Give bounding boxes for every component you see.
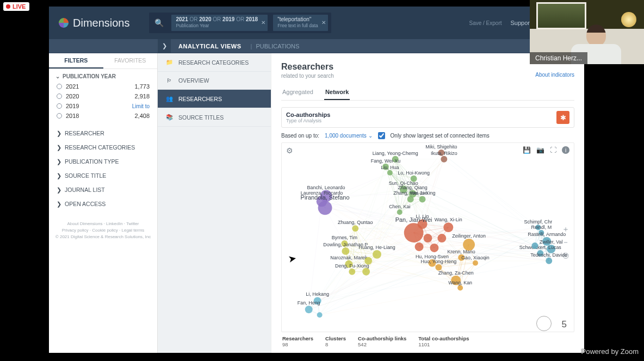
graph-canvas[interactable]: Banchi, LeonardoLaurenza, RiccardoPirand…	[282, 143, 574, 327]
node-label: Schweickert, Lucas	[519, 245, 562, 250]
graph-node[interactable]	[531, 242, 538, 249]
facet-row[interactable]: ❯JOURNAL LIST	[49, 183, 157, 197]
view-tab[interactable]: Network	[324, 86, 350, 100]
graph-node[interactable]	[441, 156, 447, 163]
record-dot-icon	[6, 4, 10, 9]
doc-limit-select[interactable]: 1,000 documents ⌄	[325, 133, 373, 139]
graph-node[interactable]	[387, 170, 393, 176]
nav-item[interactable]: 👥RESEARCHERS	[158, 90, 271, 108]
node-label: Zwiller, Val	[540, 239, 563, 245]
stat-cell: Co-authorship links542	[358, 335, 406, 347]
graph-node[interactable]	[415, 242, 424, 251]
graph-node[interactable]	[362, 268, 370, 276]
search-bar[interactable]: 🔍 2021 OR 2020 OR 2019 OR 2018 Publicati…	[149, 13, 331, 33]
save-export-link[interactable]: Save / Export	[469, 20, 501, 26]
support-link[interactable]: Support	[511, 20, 532, 26]
radio-icon[interactable]	[57, 94, 62, 99]
live-badge: LIVE	[3, 2, 29, 11]
node-label: Krenn, Mario	[448, 249, 475, 254]
about-indicators-link[interactable]: About indicators	[535, 72, 574, 78]
tab-analytical-views[interactable]: ANALYTICAL VIEWS	[171, 43, 249, 49]
close-icon[interactable]: ✕	[321, 20, 326, 27]
graph-node[interactable]	[352, 225, 358, 232]
facet-row[interactable]: ❯OPEN ACCESS	[49, 197, 157, 211]
app-window: Dimensions 🔍 2021 OR 2020 OR 2019 OR 201…	[49, 7, 584, 353]
year-row[interactable]: 20202,918	[49, 91, 157, 101]
search-icon[interactable]: 🔍	[152, 18, 166, 27]
brand[interactable]: Dimensions	[59, 17, 129, 29]
filter-section-publication-year[interactable]: ⌄ PUBLICATION YEAR	[49, 69, 157, 82]
tab-filters[interactable]: FILTERS	[49, 53, 103, 69]
nav-item[interactable]: 📁RESEARCH CATEGORIES	[158, 53, 271, 72]
search-chip-text[interactable]: "teleportation" Free text in full data ✕	[273, 15, 328, 31]
nav-item[interactable]: 🏳OVERVIEW	[158, 72, 271, 90]
graph-node[interactable]	[318, 201, 332, 215]
connected-items-checkbox[interactable]	[378, 132, 385, 139]
graph-node[interactable]	[317, 312, 323, 318]
graph-node[interactable]	[342, 247, 349, 255]
node-label: Naroznak, Marek	[330, 255, 368, 260]
facet-row[interactable]: ❯SOURCE TITLE	[49, 169, 157, 183]
graph-node[interactable]	[397, 209, 403, 215]
graph-node[interactable]	[419, 196, 426, 202]
facet-row[interactable]: ❯PUBLICATION TYPE	[49, 154, 157, 169]
collapse-arrow-icon[interactable]: ❯	[158, 39, 171, 53]
watermark-icon	[536, 316, 552, 331]
nav-item[interactable]: 📚SOURCE TITLES	[158, 108, 271, 127]
tab-publications[interactable]: PUBLICATIONS	[253, 43, 301, 49]
year-row[interactable]: 20211,773	[49, 82, 157, 91]
node-label: Liu, Hua	[381, 165, 399, 170]
graph-node[interactable]	[373, 250, 381, 259]
analysis-selector[interactable]: Co-authorships Type of Analysis ✱	[281, 107, 574, 128]
webcam-overlay: Christian Herz...	[530, 0, 644, 64]
graph-node[interactable]	[424, 234, 432, 242]
stat-cell: Researchers98	[282, 335, 313, 347]
node-label: Huang, He-Liang	[358, 245, 395, 250]
chevron-right-icon: ❯	[57, 186, 61, 193]
graph-node[interactable]	[546, 258, 552, 264]
view-tabs: AggregatedNetwork	[281, 86, 574, 101]
footer-links: About Dimensions · LinkedIn · Twitter Pr…	[49, 211, 157, 250]
chevron-right-icon: ❯	[57, 172, 61, 179]
topbar: Dimensions 🔍 2021 OR 2020 OR 2019 OR 201…	[49, 7, 584, 39]
graph-node[interactable]	[407, 196, 414, 202]
graph-node[interactable]	[305, 306, 313, 313]
radio-icon[interactable]	[57, 113, 62, 119]
graph-node[interactable]	[404, 223, 424, 242]
filters-panel: FILTERS FAVORITES ⌄ PUBLICATION YEAR 202…	[49, 53, 158, 353]
year-row[interactable]: 2019Limit to	[49, 101, 157, 111]
node-label: Ikuta, Rikizo	[431, 151, 457, 156]
node-label: Zhang, Za-Chen	[438, 270, 474, 276]
radio-icon[interactable]	[57, 84, 62, 89]
graph-node[interactable]	[437, 234, 446, 242]
year-row[interactable]: 20182,408	[49, 111, 157, 121]
node-label: Miki, Shigehito	[425, 144, 457, 150]
node-label: Banchi, Leonardo	[307, 185, 345, 190]
nav-icon: 👥	[165, 95, 173, 102]
facet-row[interactable]: ❯RESEARCHER	[49, 126, 157, 140]
nav-icon: 📚	[165, 114, 173, 121]
facet-row[interactable]: ❯RESEARCH CATEGORIES	[49, 140, 157, 154]
node-label: Pan, Jian-Wei	[395, 216, 432, 223]
tab-favorites[interactable]: FAVORITES	[103, 53, 158, 69]
brand-logo-icon	[59, 18, 69, 28]
chevron-right-icon: ❯	[57, 130, 61, 136]
chevron-down-icon: ⌄	[55, 73, 60, 79]
close-icon[interactable]: ✕	[261, 20, 265, 27]
graph-node[interactable]	[430, 244, 438, 252]
graph-node[interactable]	[349, 269, 355, 275]
node-label: Deng, Fu-Xiong	[335, 263, 369, 269]
radio-icon[interactable]	[57, 103, 62, 109]
network-chart[interactable]: ⚙ 💾 📷 ⛶ i ＋ － ◎ Banchi, LeonardoLaurenza…	[281, 142, 574, 332]
main-panel: Researchers related to your search About…	[271, 53, 584, 353]
node-label: Zhang, Qiang	[398, 185, 428, 190]
node-label: Schimpf, Chr	[524, 219, 553, 225]
graph-node[interactable]	[364, 257, 372, 265]
powered-by: Powered by Zoom	[581, 347, 639, 356]
graph-node[interactable]	[457, 285, 463, 291]
search-chip-year[interactable]: 2021 OR 2020 OR 2019 OR 2018 Publication…	[171, 15, 268, 31]
page-subtitle: related to your search	[281, 73, 574, 79]
graph-node[interactable]	[473, 260, 478, 266]
graph-node[interactable]	[443, 222, 453, 232]
view-tab[interactable]: Aggregated	[281, 86, 314, 100]
